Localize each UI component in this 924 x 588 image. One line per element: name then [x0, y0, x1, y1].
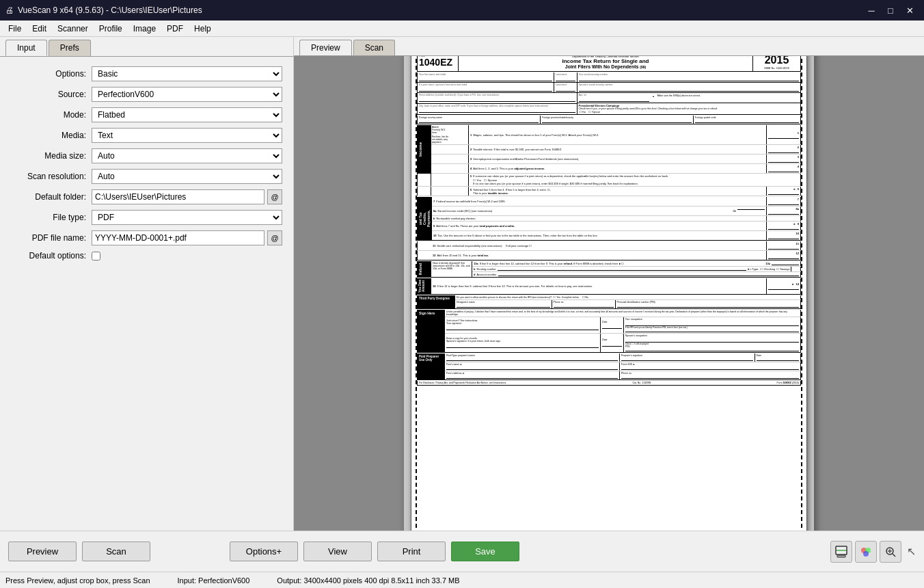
bottom-toolbar: Preview Scan Options+ View Print Save: [0, 531, 924, 572]
source-control: PerfectionV600: [92, 87, 282, 102]
media-control: Text: [92, 128, 282, 143]
file-type-row: File type: PDF: [0, 207, 293, 228]
document-outer: Form 1040EZ Department of the Treasury—I…: [404, 56, 814, 531]
menu-scanner[interactable]: Scanner: [52, 21, 94, 36]
source-row: Source: PerfectionV600: [0, 84, 293, 105]
pdf-filename-control: @: [92, 230, 282, 245]
source-select[interactable]: PerfectionV600: [92, 87, 282, 102]
source-label: Source:: [11, 90, 86, 99]
options-control: Basic: [92, 66, 282, 81]
options-plus-button[interactable]: Options+: [230, 542, 298, 561]
title-bar: 🖨 VueScan 9 x64 (9.5.63) - C:\Users\IEUs…: [0, 0, 924, 21]
tab-scan[interactable]: Scan: [353, 40, 395, 55]
minimize-button[interactable]: ─: [862, 3, 880, 17]
default-folder-control: @: [92, 189, 282, 204]
right-panel: Preview Scan: [294, 37, 924, 531]
save-button[interactable]: Save: [451, 542, 519, 561]
bottom-right-icons: [830, 541, 901, 563]
close-button[interactable]: ✕: [901, 3, 919, 17]
status-right: Output: 3400x4400 pixels 400 dpi 8.5x11 …: [277, 576, 459, 585]
media-select[interactable]: Text: [92, 128, 282, 143]
tab-prefs[interactable]: Prefs: [49, 40, 91, 56]
main-layout: Input Prefs Options: Basic Source: Perfe…: [0, 37, 924, 531]
pdf-filename-row: PDF file name: @: [0, 228, 293, 248]
irs-form: Form 1040EZ Department of the Treasury—I…: [411, 56, 806, 531]
pdf-filename-browse-button[interactable]: @: [267, 230, 282, 245]
scan-resolution-select[interactable]: Auto: [92, 169, 282, 184]
view-button[interactable]: View: [303, 542, 372, 561]
menu-file[interactable]: File: [3, 21, 27, 36]
media-size-label: Media size:: [11, 151, 86, 161]
default-folder-browse-button[interactable]: @: [267, 189, 282, 204]
default-options-checkbox[interactable]: [92, 252, 100, 260]
tab-input-content: Options: Basic Source: PerfectionV600: [0, 56, 293, 531]
default-folder-label: Default folder:: [11, 192, 86, 202]
default-options-row: Default options:: [0, 248, 293, 263]
tab-input[interactable]: Input: [5, 40, 47, 56]
media-size-select[interactable]: Auto: [92, 148, 282, 163]
media-row: Media: Text: [0, 125, 293, 146]
menu-profile[interactable]: Profile: [94, 21, 128, 36]
scan-resolution-control: Auto: [92, 169, 282, 184]
svg-rect-1: [837, 555, 845, 557]
scan-icon-btn[interactable]: [830, 541, 852, 563]
pdf-filename-input[interactable]: [92, 230, 264, 245]
left-panel: Input Prefs Options: Basic Source: Perfe…: [0, 37, 294, 531]
menu-help[interactable]: Help: [189, 21, 217, 36]
app-icon: 🖨: [5, 5, 14, 15]
media-size-row: Media size: Auto: [0, 146, 293, 166]
left-tabs: Input Prefs: [0, 37, 293, 56]
menu-edit[interactable]: Edit: [27, 21, 52, 36]
default-options-label: Default options:: [11, 251, 86, 260]
menu-bar: File Edit Scanner Profile Image PDF Help: [0, 21, 924, 37]
mode-label: Mode:: [11, 110, 86, 120]
mode-control: Flatbed: [92, 107, 282, 122]
default-options-control: [92, 252, 282, 260]
color-icon-btn[interactable]: [855, 541, 877, 563]
window-controls: ─ □ ✕: [862, 3, 919, 17]
media-label: Media:: [11, 131, 86, 140]
maximize-button[interactable]: □: [882, 3, 899, 17]
menu-image[interactable]: Image: [128, 21, 161, 36]
status-middle: Input: PerfectionV600: [178, 576, 250, 585]
options-select[interactable]: Basic: [92, 66, 282, 81]
status-bar: Press Preview, adjust crop box, press Sc…: [0, 572, 924, 588]
cursor-indicator: ↖: [907, 545, 916, 558]
file-type-control: PDF: [92, 210, 282, 225]
preview-button[interactable]: Preview: [8, 542, 77, 561]
menu-pdf[interactable]: PDF: [161, 21, 189, 36]
preview-area: Form 1040EZ Department of the Treasury—I…: [294, 56, 924, 531]
print-button[interactable]: Print: [377, 542, 446, 561]
scan-button[interactable]: Scan: [82, 542, 150, 561]
tab-preview[interactable]: Preview: [299, 40, 352, 55]
options-label: Options:: [11, 69, 86, 79]
zoom-icon-btn[interactable]: [880, 541, 901, 563]
svg-line-7: [893, 554, 895, 557]
mode-select[interactable]: Flatbed: [92, 107, 282, 122]
status-left: Press Preview, adjust crop box, press Sc…: [5, 576, 150, 585]
default-folder-row: Default folder: @: [0, 187, 293, 207]
file-type-label: File type:: [11, 213, 86, 222]
scan-resolution-row: Scan resolution: Auto: [0, 166, 293, 187]
document-preview: Form 1040EZ Department of the Treasury—I…: [411, 56, 807, 531]
preview-tabs: Preview Scan: [294, 37, 924, 56]
pdf-filename-label: PDF file name:: [11, 233, 86, 243]
mode-row: Mode: Flatbed: [0, 105, 293, 125]
options-row: Options: Basic: [0, 64, 293, 84]
media-size-control: Auto: [92, 148, 282, 163]
file-type-select[interactable]: PDF: [92, 210, 282, 225]
scan-resolution-label: Scan resolution:: [11, 172, 86, 181]
window-title: VueScan 9 x64 (9.5.63) - C:\Users\IEUser…: [18, 5, 202, 15]
default-folder-input[interactable]: [92, 189, 264, 204]
svg-point-5: [863, 551, 869, 557]
